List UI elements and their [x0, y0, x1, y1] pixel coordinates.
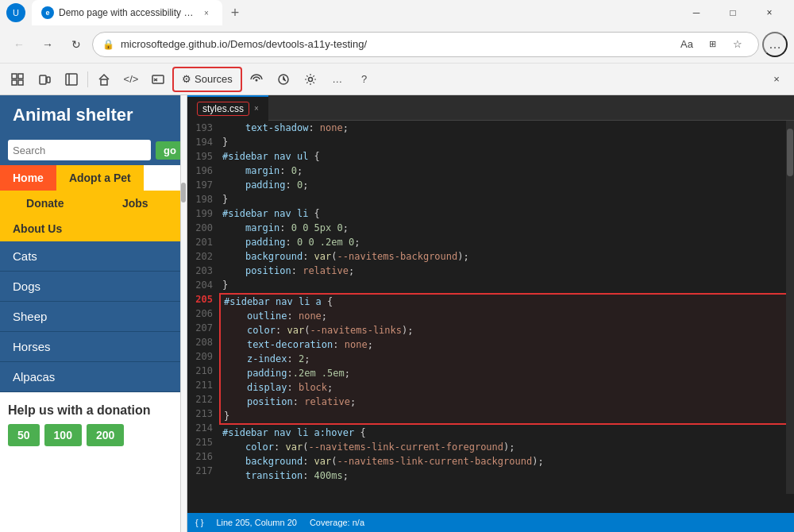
sources-panel-button[interactable]: ⚙ Sources: [172, 67, 242, 92]
tab-title: Demo page with accessibility iss: [59, 7, 195, 18]
new-tab-button[interactable]: +: [222, 0, 248, 25]
settings-button[interactable]: [298, 67, 323, 92]
donate-nav-button[interactable]: Donate: [0, 191, 91, 216]
code-line: position: relative;: [221, 395, 792, 409]
code-line: outline: none;: [221, 309, 792, 323]
shelter-title: Animal shelter: [13, 105, 133, 125]
code-scrollbar-thumb: [787, 129, 793, 176]
inspect-element-button[interactable]: [5, 67, 30, 92]
code-line: #sidebar nav li a {: [221, 295, 792, 309]
line-numbers: 193 194 195 196 197 198 199 200 201 202 …: [187, 121, 219, 513]
devtools-close-button[interactable]: ×: [764, 67, 789, 92]
jobs-nav-button[interactable]: Jobs: [91, 191, 181, 216]
help-button[interactable]: ?: [352, 67, 377, 92]
network-panel-button[interactable]: [244, 67, 269, 92]
url-text: microsoftedge.github.io/Demos/devtools-a…: [121, 38, 676, 50]
animal-list: Cats Dogs Sheep Horses Alpacas: [0, 241, 180, 392]
separator: [87, 71, 88, 87]
search-area: go: [0, 135, 180, 165]
addressbar: ← → ↻ 🔒 microsoftedge.github.io/Demos/de…: [0, 25, 794, 64]
main-content: Animal shelter go Home Adopt a Pet Donat…: [0, 95, 794, 532]
console-panel-button[interactable]: [145, 67, 171, 92]
titlebar: U e Demo page with accessibility iss × +…: [0, 0, 794, 25]
code-line: color: var(--navitems-links);: [221, 323, 792, 337]
list-item[interactable]: Alpacas: [0, 362, 180, 392]
svg-rect-4: [40, 75, 46, 84]
code-line: #sidebar nav ul {: [219, 149, 794, 164]
donation-100-button[interactable]: 100: [44, 424, 82, 446]
list-item[interactable]: Dogs: [0, 272, 180, 302]
code-line: }: [219, 278, 794, 292]
refresh-button[interactable]: ↻: [64, 32, 89, 57]
devtools-toolbar: </> ⚙ Sources … ? ×: [0, 64, 794, 95]
minimize-button[interactable]: ─: [678, 0, 715, 25]
svg-rect-6: [66, 74, 77, 85]
list-item[interactable]: Sheep: [0, 302, 180, 332]
code-scrollbar[interactable]: [786, 121, 794, 494]
svg-rect-1: [18, 74, 23, 79]
code-line: }: [219, 135, 794, 149]
back-button[interactable]: ←: [6, 32, 32, 57]
donation-200-button[interactable]: 200: [87, 424, 124, 446]
list-item[interactable]: Cats: [0, 241, 180, 272]
code-line: text-shadow: none;: [219, 121, 794, 135]
styles-css-tab[interactable]: styles.css ×: [187, 95, 268, 121]
forward-button[interactable]: →: [35, 32, 60, 57]
performance-button[interactable]: [271, 67, 296, 92]
coverage-indicator: Coverage: n/a: [310, 518, 364, 527]
primary-nav: Home Adopt a Pet: [0, 165, 180, 191]
tab-bar: e Demo page with accessibility iss × +: [32, 0, 678, 25]
code-editor: 193 194 195 196 197 198 199 200 201 202 …: [187, 121, 794, 513]
scrollbar-thumb: [181, 183, 186, 202]
browser-more-button[interactable]: …: [762, 32, 788, 57]
address-actions: Aa ⊞ ☆: [676, 33, 749, 56]
code-content[interactable]: text-shadow: none; } #sidebar nav ul { m…: [219, 121, 794, 513]
svg-rect-5: [47, 77, 50, 83]
adopt-nav-button[interactable]: Adopt a Pet: [56, 165, 144, 191]
maximize-button[interactable]: □: [715, 0, 751, 25]
sources-icon: ⚙: [182, 73, 191, 85]
position-indicator: Line 205, Column 20: [216, 518, 297, 527]
svg-point-12: [255, 79, 257, 81]
search-input[interactable]: [8, 140, 151, 160]
code-line: background: var(--navitems-link-current-…: [219, 454, 794, 468]
home-nav-button[interactable]: Home: [0, 165, 56, 191]
reading-view-button[interactable]: ⊞: [701, 33, 723, 56]
read-aloud-button[interactable]: Aa: [676, 33, 698, 56]
code-line: color: var(--navitems-link-current-foreg…: [219, 440, 794, 454]
tab-close-button[interactable]: ×: [200, 6, 213, 19]
aboutus-nav-button[interactable]: About Us: [0, 216, 180, 241]
code-line: display: block;: [221, 380, 792, 395]
shelter-header: Animal shelter: [0, 95, 180, 135]
home-button[interactable]: [91, 67, 117, 92]
tab-close-icon[interactable]: ×: [254, 104, 259, 113]
close-button[interactable]: ×: [751, 0, 788, 25]
tab-favicon: e: [41, 6, 54, 19]
favorites-button[interactable]: ☆: [727, 33, 749, 56]
devtools-more-button[interactable]: …: [325, 67, 350, 92]
donation-50-button[interactable]: 50: [8, 424, 40, 446]
tab-filename: styles.css: [197, 102, 249, 116]
code-line: z-index: 2;: [221, 352, 792, 366]
elements-panel-button[interactable]: </>: [118, 67, 144, 92]
code-line: background: var(--navitems-background);: [219, 249, 794, 264]
devtools-tabs: styles.css ×: [187, 95, 794, 121]
lock-icon: 🔒: [102, 39, 114, 50]
code-line: position: relative;: [219, 264, 794, 278]
code-line: #sidebar nav li {: [219, 206, 794, 221]
browser-tab[interactable]: e Demo page with accessibility iss ×: [32, 0, 222, 25]
braces-icon: { }: [195, 518, 203, 527]
sidebar-toggle-button[interactable]: [59, 67, 84, 92]
svg-rect-2: [12, 80, 17, 85]
list-item[interactable]: Horses: [0, 332, 180, 362]
website-panel: Animal shelter go Home Adopt a Pet Donat…: [0, 95, 181, 532]
code-line: padding: 0;: [219, 178, 794, 192]
code-line: margin: 0;: [219, 164, 794, 178]
code-line: transition: 400ms;: [219, 468, 794, 483]
website-scrollbar[interactable]: [181, 95, 187, 532]
search-button[interactable]: go: [156, 141, 181, 160]
sources-label: Sources: [195, 73, 233, 85]
svg-point-14: [308, 77, 312, 81]
address-bar[interactable]: 🔒 microsoftedge.github.io/Demos/devtools…: [92, 32, 759, 57]
device-emulation-button[interactable]: [32, 67, 57, 92]
